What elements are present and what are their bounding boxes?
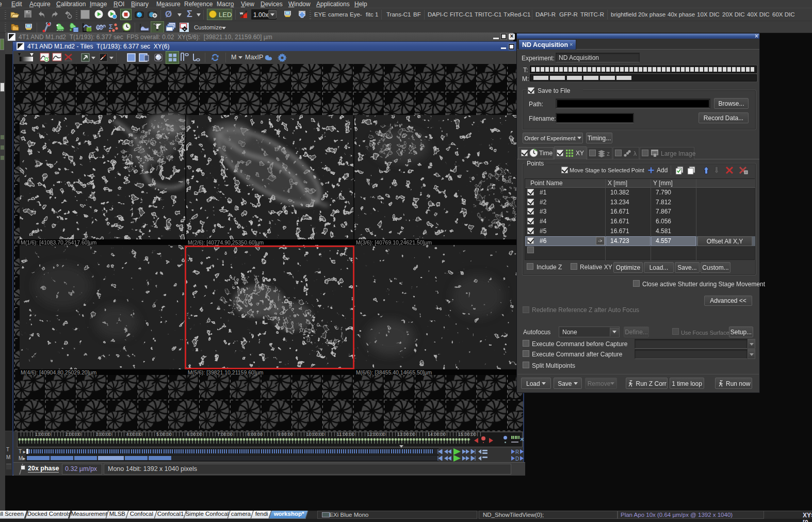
svg-text:R: R bbox=[515, 449, 519, 455]
svg-text:Σ: Σ bbox=[109, 23, 113, 30]
svg-text:D: D bbox=[515, 456, 519, 462]
svg-text:T: T bbox=[245, 10, 248, 14]
svg-text:w: w bbox=[239, 11, 243, 15]
